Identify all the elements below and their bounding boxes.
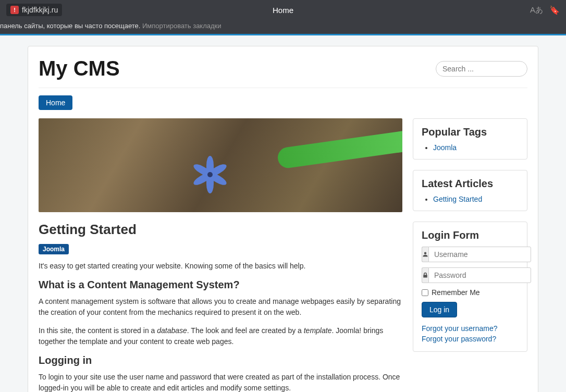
- user-icon: [422, 247, 428, 262]
- forgot-username-link[interactable]: Forgot your username?: [422, 324, 519, 334]
- nav-home[interactable]: Home: [39, 95, 72, 110]
- bookmark-bar: панель сайты, которые вы часто посещаете…: [0, 20, 566, 35]
- sidebar: Popular Tags Joomla Latest Articles Gett…: [413, 118, 527, 392]
- search-input[interactable]: [436, 61, 527, 77]
- article-link-getting-started[interactable]: Getting Started: [433, 195, 482, 203]
- bookmark-hint-text: панель сайты, которые вы часто посещаете…: [0, 22, 142, 30]
- password-input[interactable]: [428, 267, 531, 283]
- widget-latest-articles: Latest Articles Getting Started: [413, 170, 527, 211]
- url-text: fkjdfkkjkj.ru: [22, 6, 58, 14]
- widget-popular-tags: Popular Tags Joomla: [413, 118, 527, 160]
- hero-image: [39, 118, 402, 212]
- paragraph-cms: A content management system is software …: [39, 296, 402, 318]
- remember-me-checkbox[interactable]: [422, 289, 428, 296]
- security-warning-icon: !: [10, 6, 19, 14]
- widget-title-tags: Popular Tags: [422, 126, 519, 138]
- import-bookmarks-link[interactable]: Импортировать закладки: [142, 22, 222, 30]
- address-bar[interactable]: ! fkjdfkkjkj.ru: [6, 4, 62, 16]
- remember-me-row[interactable]: Remember Me: [422, 288, 519, 297]
- page-container: My CMS Home Getting Started Joomla It's …: [28, 46, 538, 392]
- lock-icon: [422, 267, 428, 283]
- widget-title-login: Login Form: [422, 229, 519, 241]
- article-body: It's easy to get started creating your w…: [39, 261, 402, 392]
- nav-bar: Home: [39, 95, 527, 110]
- tag-link-joomla[interactable]: Joomla: [433, 143, 457, 152]
- username-input[interactable]: [428, 247, 531, 262]
- list-item: Getting Started: [433, 195, 519, 203]
- widget-login-form: Login Form Remember Me: [413, 222, 527, 352]
- header: My CMS: [39, 57, 527, 88]
- browser-chrome: ! fkjdfkkjkj.ru Home Аあ 🔖: [0, 0, 566, 20]
- forgot-password-link[interactable]: Forgot your password?: [422, 334, 519, 345]
- paragraph-database: In this site, the content is stored in a…: [39, 325, 402, 347]
- login-button[interactable]: Log in: [422, 302, 457, 317]
- site-title: My CMS: [39, 57, 120, 80]
- tab-title: Home: [273, 6, 293, 15]
- article-title: Getting Started: [39, 222, 402, 238]
- article-tag[interactable]: Joomla: [39, 244, 69, 254]
- widget-title-latest: Latest Articles: [422, 178, 519, 190]
- heading-login: Logging in: [39, 354, 402, 366]
- translate-icon[interactable]: Аあ: [530, 5, 543, 15]
- remember-me-label: Remember Me: [432, 288, 480, 297]
- bookmark-icon[interactable]: 🔖: [549, 5, 560, 15]
- list-item: Joomla: [433, 143, 519, 152]
- paragraph-login: To login to your site use the user name …: [39, 372, 402, 392]
- article-intro: It's easy to get started creating your w…: [39, 261, 402, 272]
- main-content: Getting Started Joomla It's easy to get …: [39, 118, 402, 392]
- heading-cms: What is a Content Management System?: [39, 279, 402, 291]
